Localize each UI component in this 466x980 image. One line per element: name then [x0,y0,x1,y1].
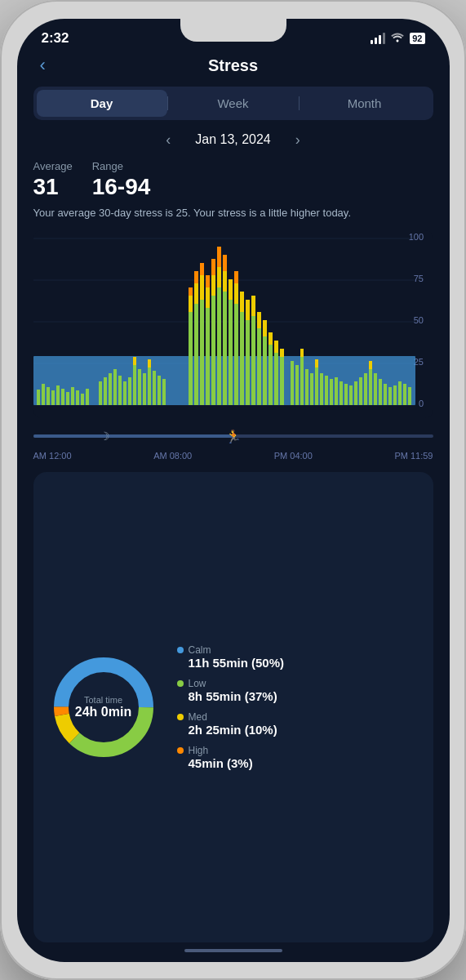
donut-card: Total time 24h 0min Calm 11h 55min (50%) [33,472,433,942]
svg-rect-98 [369,369,372,405]
svg-rect-56 [223,292,227,405]
tab-selector: Day Week Month [33,87,433,120]
svg-rect-65 [240,292,244,312]
tab-day[interactable]: Day [37,90,167,117]
donut-center: Total time 24h 0min [75,695,131,719]
svg-rect-67 [246,300,250,320]
svg-rect-13 [47,387,50,405]
svg-rect-97 [364,373,367,405]
timeline-scrubber[interactable]: ☽ 🏃 [33,425,433,448]
svg-rect-40 [189,287,193,296]
legend-med: Med 2h 25min (10%) [177,711,420,737]
svg-rect-92 [340,381,343,405]
next-date-button[interactable]: › [295,131,300,149]
svg-rect-28 [128,377,131,405]
svg-rect-15 [56,385,60,405]
svg-text:50: 50 [413,315,423,325]
timeline-track: ☽ 🏃 [33,434,433,438]
svg-rect-42 [194,283,198,304]
svg-rect-105 [398,381,402,405]
svg-rect-74 [269,345,273,405]
svg-rect-79 [280,349,284,357]
svg-rect-60 [229,279,233,300]
svg-rect-35 [153,371,156,405]
svg-rect-21 [86,389,89,405]
range-stat: Range 16-94 [92,160,151,200]
wifi-icon [390,31,405,45]
svg-rect-32 [143,373,146,405]
svg-rect-84 [305,369,308,405]
svg-rect-66 [246,320,250,405]
battery-icon: 92 [410,33,424,44]
back-button[interactable]: ‹ [33,51,52,79]
donut-total-label: Total time [75,695,131,705]
svg-rect-26 [118,376,122,405]
svg-rect-64 [240,312,244,405]
svg-rect-33 [148,368,151,405]
svg-rect-48 [206,287,210,308]
svg-rect-29 [133,365,136,405]
average-label: Average [33,160,73,172]
svg-rect-107 [408,387,411,405]
range-label: Range [92,160,151,172]
low-value: 8h 55min (37%) [189,689,420,703]
svg-rect-52 [211,259,215,275]
svg-rect-18 [71,387,74,405]
moon-icon: ☽ [100,430,110,443]
svg-rect-63 [234,271,238,283]
time-label-1: AM 08:00 [153,451,192,461]
svg-rect-54 [217,267,221,287]
svg-rect-73 [263,320,267,336]
home-indicator [17,942,450,962]
svg-rect-46 [200,263,204,275]
svg-rect-101 [379,379,382,405]
tab-month[interactable]: Month [300,90,430,117]
tab-week[interactable]: Week [168,90,299,117]
high-value: 45min (3%) [189,756,420,770]
svg-rect-16 [61,389,64,405]
svg-rect-68 [251,316,255,405]
svg-rect-45 [200,275,204,300]
svg-rect-103 [388,387,392,405]
svg-rect-77 [274,341,278,353]
svg-rect-14 [51,390,55,405]
range-value: 16-94 [92,174,151,200]
svg-rect-62 [234,283,238,304]
stress-chart: 100 75 50 25 0 [33,230,433,418]
svg-rect-72 [263,336,267,405]
svg-rect-30 [133,357,136,365]
current-date: Jan 13, 2024 [195,132,271,147]
svg-rect-47 [206,308,210,405]
time-display: 2:32 [42,30,69,47]
svg-text:100: 100 [408,232,423,242]
svg-rect-17 [66,392,69,405]
high-label: High [189,745,209,756]
svg-rect-31 [138,369,141,405]
svg-rect-37 [162,379,166,405]
svg-rect-106 [403,384,406,405]
signal-icon [371,33,385,44]
svg-rect-71 [257,312,261,328]
legend-calm: Calm 11h 55min (50%) [177,644,420,670]
high-dot [177,747,184,754]
time-label-0: AM 12:00 [33,451,72,461]
svg-rect-53 [217,287,221,405]
phone-screen: 2:32 92 [17,19,450,962]
svg-rect-86 [315,368,318,405]
prev-date-button[interactable]: ‹ [166,131,171,149]
page-title: Stress [208,56,258,75]
svg-rect-90 [330,379,333,405]
svg-rect-95 [354,381,357,405]
svg-rect-19 [76,390,79,405]
svg-rect-83 [300,349,304,357]
svg-rect-100 [374,373,377,405]
stats-row: Average 31 Range 16-94 [33,160,433,200]
svg-rect-23 [104,377,107,405]
svg-rect-55 [217,247,221,267]
svg-rect-11 [37,390,40,405]
low-dot [177,680,184,687]
phone-frame: 2:32 92 [0,0,466,980]
header: ‹ Stress [33,50,433,87]
low-label: Low [189,678,206,689]
svg-rect-27 [123,381,126,405]
